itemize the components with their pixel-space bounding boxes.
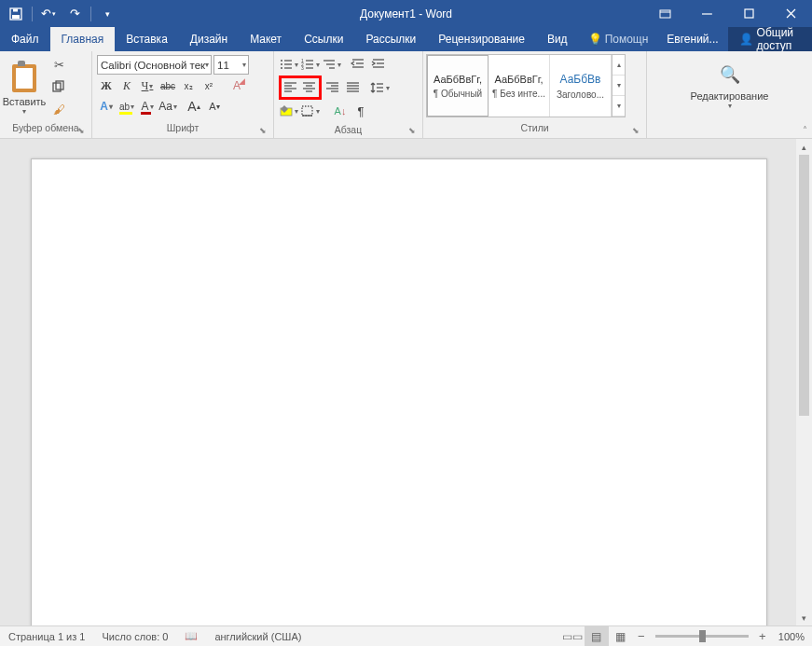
copy-icon[interactable] xyxy=(48,77,69,96)
cut-icon[interactable]: ✂ xyxy=(48,55,69,74)
tab-insert[interactable]: Вставка xyxy=(115,27,179,51)
svg-point-15 xyxy=(281,67,282,69)
numbering-icon[interactable]: 123 xyxy=(300,55,320,74)
group-clipboard: Вставить ▾ ✂ 🖌 Буфер обмена ⬊ xyxy=(0,51,92,138)
styles-launcher-icon[interactable]: ⬊ xyxy=(632,126,643,137)
zoom-out-button[interactable]: − xyxy=(633,629,650,643)
vertical-scrollbar[interactable]: ▴ ▾ xyxy=(796,139,812,625)
align-left-icon[interactable] xyxy=(282,78,300,97)
view-web-icon[interactable]: ▦ xyxy=(609,626,633,646)
tab-references[interactable]: Ссылки xyxy=(293,27,354,51)
zoom-thumb[interactable] xyxy=(699,630,706,642)
zoom-slider[interactable] xyxy=(655,635,749,638)
status-page[interactable]: Страница 1 из 1 xyxy=(0,626,93,646)
style-normal[interactable]: АаБбВвГг, ¶ Обычный xyxy=(427,55,489,117)
tab-mailings[interactable]: Рассылки xyxy=(354,27,427,51)
bold-button[interactable]: Ж xyxy=(97,76,116,95)
font-color-icon[interactable]: A xyxy=(138,97,157,116)
scroll-down-icon[interactable]: ▾ xyxy=(796,610,812,625)
styles-more[interactable]: ▴▾▾ xyxy=(612,55,625,117)
qat-customize-icon[interactable]: ▾ xyxy=(95,3,119,25)
bullets-icon[interactable] xyxy=(279,55,298,74)
tab-file[interactable]: Файл xyxy=(0,27,50,51)
zoom-percent[interactable]: 100% xyxy=(771,631,812,642)
tab-layout[interactable]: Макет xyxy=(239,27,293,51)
svg-rect-9 xyxy=(53,83,61,91)
clipboard-launcher-icon[interactable]: ⬊ xyxy=(77,126,89,137)
shading-icon[interactable] xyxy=(279,102,298,120)
svg-rect-52 xyxy=(302,106,312,116)
ribbon: Вставить ▾ ✂ 🖌 Буфер обмена ⬊ Calibri (О… xyxy=(0,51,812,139)
grow-font-icon[interactable]: A▴ xyxy=(185,97,203,116)
svg-rect-1 xyxy=(12,15,20,19)
text-effects-icon[interactable]: A xyxy=(97,97,116,116)
svg-rect-10 xyxy=(56,81,63,89)
paragraph-launcher-icon[interactable]: ⬊ xyxy=(408,126,420,137)
line-spacing-icon[interactable] xyxy=(370,78,390,97)
view-print-icon[interactable]: ▤ xyxy=(585,626,609,646)
style-no-spacing[interactable]: АаБбВвГг, ¶ Без инте... xyxy=(489,55,550,117)
style-heading1[interactable]: АаБбВв Заголово... xyxy=(550,55,612,117)
collapse-ribbon-icon[interactable]: ˄ xyxy=(803,125,807,135)
clear-formatting-icon[interactable]: A◢ xyxy=(227,76,246,95)
group-label-paragraph: Абзац xyxy=(274,124,422,138)
close-button[interactable] xyxy=(770,0,812,27)
share-icon: 👤 xyxy=(739,33,753,46)
view-read-icon[interactable]: ▭▭ xyxy=(560,626,585,646)
subscript-button[interactable]: x₂ xyxy=(179,76,198,95)
show-marks-icon[interactable]: ¶ xyxy=(351,102,370,120)
borders-icon[interactable] xyxy=(300,102,320,120)
font-name-combo[interactable]: Calibri (Основной тек▾ xyxy=(97,55,212,75)
align-right-icon[interactable] xyxy=(323,78,342,97)
scroll-thumb[interactable] xyxy=(799,155,809,416)
tab-home[interactable]: Главная xyxy=(50,27,116,51)
superscript-button[interactable]: x² xyxy=(200,76,218,95)
highlight-color-icon[interactable]: ab xyxy=(117,97,136,116)
svg-point-11 xyxy=(281,60,282,62)
document-area: ▴ ▾ xyxy=(0,139,812,625)
increase-indent-icon[interactable] xyxy=(369,55,388,74)
save-icon[interactable] xyxy=(4,3,28,25)
quick-access-toolbar: ↶▾ ↷ ▾ xyxy=(0,0,119,27)
share-button[interactable]: 👤Общий доступ xyxy=(728,26,812,52)
document-page[interactable] xyxy=(31,158,767,625)
sort-icon[interactable]: A↓ xyxy=(331,102,350,120)
tab-view[interactable]: Вид xyxy=(536,27,579,51)
multilevel-list-icon[interactable] xyxy=(322,55,341,74)
status-bar: Страница 1 из 1 Число слов: 0 📖 английск… xyxy=(0,625,812,646)
user-account[interactable]: Евгений... xyxy=(657,33,727,46)
italic-button[interactable]: К xyxy=(117,76,136,95)
change-case-icon[interactable]: Aa xyxy=(158,97,177,116)
paste-icon xyxy=(9,62,39,94)
tab-review[interactable]: Рецензирование xyxy=(427,27,536,51)
tab-design[interactable]: Дизайн xyxy=(179,27,239,51)
align-center-icon[interactable] xyxy=(300,78,319,97)
group-label-font: Шрифт xyxy=(92,122,273,138)
status-words[interactable]: Число слов: 0 xyxy=(93,626,176,646)
status-language[interactable]: английский (США) xyxy=(206,626,310,646)
editing-label[interactable]: Редактирование xyxy=(691,90,769,102)
format-painter-icon[interactable]: 🖌 xyxy=(48,100,69,118)
justify-icon[interactable] xyxy=(344,78,363,97)
zoom-in-button[interactable]: + xyxy=(754,629,771,643)
proofing-icon: 📖 xyxy=(185,630,198,642)
ribbon-display-icon[interactable] xyxy=(644,0,686,27)
minimize-button[interactable] xyxy=(686,0,728,27)
svg-point-13 xyxy=(281,63,282,65)
font-size-combo[interactable]: 11▾ xyxy=(213,55,249,75)
find-icon[interactable]: 🔍 xyxy=(720,64,740,85)
tell-me[interactable]: 💡Помощн xyxy=(579,33,658,46)
redo-icon[interactable]: ↷ xyxy=(62,3,87,25)
window-title: Документ1 - Word xyxy=(360,7,452,21)
status-proofing[interactable]: 📖 xyxy=(176,626,206,646)
font-launcher-icon[interactable]: ⬊ xyxy=(259,126,270,137)
maximize-button[interactable] xyxy=(728,0,770,27)
styles-gallery: АаБбВвГг, ¶ Обычный АаБбВвГг, ¶ Без инте… xyxy=(426,54,626,117)
undo-icon[interactable]: ↶▾ xyxy=(36,3,61,25)
decrease-indent-icon[interactable] xyxy=(349,55,367,74)
scroll-up-icon[interactable]: ▴ xyxy=(796,139,812,155)
strikethrough-button[interactable]: abc xyxy=(158,76,177,95)
shrink-font-icon[interactable]: A▾ xyxy=(205,97,224,116)
paste-button[interactable]: Вставить ▾ xyxy=(4,53,45,120)
underline-button[interactable]: Ч xyxy=(138,76,157,95)
